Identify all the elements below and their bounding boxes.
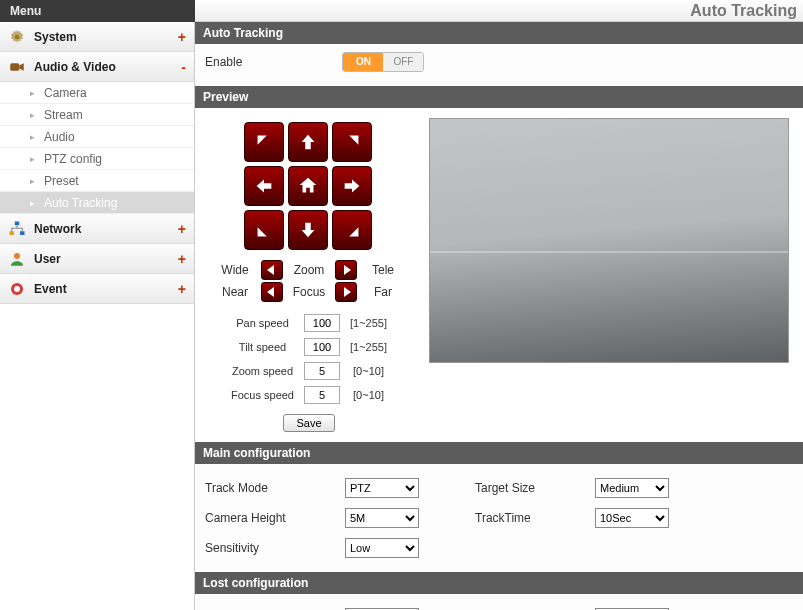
sidebar-item-preset[interactable]: ▸Preset: [0, 170, 194, 192]
expand-icon: +: [178, 221, 186, 237]
svg-rect-4: [20, 231, 25, 235]
sidebar-cat-audio-video[interactable]: Audio & Video -: [0, 52, 194, 82]
chevron-right-icon: ▸: [30, 154, 40, 164]
track-time-label: TrackTime: [475, 511, 595, 525]
sidebar-item-camera[interactable]: ▸Camera: [0, 82, 194, 104]
svg-rect-1: [10, 63, 19, 71]
focus-far-label: Far: [363, 285, 403, 299]
chevron-right-icon: ▸: [30, 198, 40, 208]
svg-point-5: [14, 253, 20, 259]
tilt-speed-range: [1~255]: [346, 336, 391, 358]
focus-near-button[interactable]: [261, 282, 283, 302]
zoom-speed-range: [0~10]: [346, 360, 391, 382]
zoom-label: Zoom: [289, 263, 329, 277]
sidebar-item-label: Camera: [44, 86, 87, 100]
toggle-off[interactable]: OFF: [383, 53, 423, 71]
sidebar-item-audio[interactable]: ▸Audio: [0, 126, 194, 148]
pan-speed-label: Pan speed: [227, 312, 298, 334]
track-mode-select[interactable]: PTZ: [345, 478, 419, 498]
zoom-speed-input[interactable]: [304, 362, 340, 380]
expand-icon: +: [178, 251, 186, 267]
zoom-tele-label: Tele: [363, 263, 403, 277]
sidebar-item-label: PTZ config: [44, 152, 102, 166]
ptz-up-right[interactable]: [332, 122, 372, 162]
event-icon: [8, 280, 26, 298]
camera-height-select[interactable]: 5M: [345, 508, 419, 528]
ptz-down[interactable]: [288, 210, 328, 250]
zoom-in-button[interactable]: [335, 260, 357, 280]
collapse-icon: -: [181, 59, 186, 75]
sidebar-cat-event[interactable]: Event +: [0, 274, 194, 304]
toggle-on[interactable]: ON: [343, 53, 383, 71]
sidebar-item-auto-tracking[interactable]: ▸Auto Tracking: [0, 192, 194, 214]
zoom-wide-label: Wide: [215, 263, 255, 277]
chevron-right-icon: ▸: [30, 176, 40, 186]
sensitivity-label: Sensitivity: [205, 541, 345, 555]
sidebar-cat-system[interactable]: System +: [0, 22, 194, 52]
focus-near-label: Near: [215, 285, 255, 299]
section-header-main-config: Main configuration: [195, 442, 803, 464]
svg-rect-3: [10, 231, 15, 235]
video-preview: [429, 118, 789, 363]
ptz-left[interactable]: [244, 166, 284, 206]
sidebar-cat-label: System: [34, 30, 77, 44]
page-title: Auto Tracking: [195, 0, 803, 22]
section-header-lost-config: Lost configuration: [195, 572, 803, 594]
sidebar-cat-network[interactable]: Network +: [0, 214, 194, 244]
sidebar-item-label: Stream: [44, 108, 83, 122]
chevron-right-icon: ▸: [30, 88, 40, 98]
ptz-up[interactable]: [288, 122, 328, 162]
expand-icon: +: [178, 29, 186, 45]
sidebar-item-label: Audio: [44, 130, 75, 144]
ptz-right[interactable]: [332, 166, 372, 206]
section-header-preview: Preview: [195, 86, 803, 108]
tilt-speed-label: Tilt speed: [227, 336, 298, 358]
svg-rect-2: [15, 221, 20, 225]
sidebar-item-label: Auto Tracking: [44, 196, 117, 210]
track-time-select[interactable]: 10Sec: [595, 508, 669, 528]
enable-label: Enable: [205, 55, 242, 69]
sensitivity-select[interactable]: Low: [345, 538, 419, 558]
chevron-right-icon: ▸: [30, 110, 40, 120]
pan-speed-input[interactable]: [304, 314, 340, 332]
network-icon: [8, 220, 26, 238]
tilt-speed-input[interactable]: [304, 338, 340, 356]
sidebar-item-label: Preset: [44, 174, 79, 188]
focus-label: Focus: [289, 285, 329, 299]
sidebar-cat-label: Network: [34, 222, 81, 236]
sidebar-item-ptz-config[interactable]: ▸PTZ config: [0, 148, 194, 170]
ptz-down-right[interactable]: [332, 210, 372, 250]
enable-toggle[interactable]: ON OFF: [342, 52, 424, 72]
section-header-page: Auto Tracking: [195, 22, 803, 44]
expand-icon: +: [178, 281, 186, 297]
svg-point-7: [14, 286, 20, 292]
focus-speed-label: Focus speed: [227, 384, 298, 406]
user-icon: [8, 250, 26, 268]
camera-icon: [8, 58, 26, 76]
target-size-select[interactable]: Medium: [595, 478, 669, 498]
sidebar-cat-label: Audio & Video: [34, 60, 116, 74]
sidebar-cat-label: User: [34, 252, 61, 266]
sidebar-item-stream[interactable]: ▸Stream: [0, 104, 194, 126]
menu-header: Menu: [0, 0, 195, 22]
chevron-right-icon: ▸: [30, 132, 40, 142]
gear-icon: [8, 28, 26, 46]
track-mode-label: Track Mode: [205, 481, 345, 495]
zoom-out-button[interactable]: [261, 260, 283, 280]
sidebar-cat-label: Event: [34, 282, 67, 296]
ptz-down-left[interactable]: [244, 210, 284, 250]
ptz-save-button[interactable]: Save: [283, 414, 334, 432]
target-size-label: Target Size: [475, 481, 595, 495]
sidebar-cat-user[interactable]: User +: [0, 244, 194, 274]
ptz-up-left[interactable]: [244, 122, 284, 162]
ptz-home[interactable]: [288, 166, 328, 206]
camera-height-label: Camera Height: [205, 511, 345, 525]
focus-far-button[interactable]: [335, 282, 357, 302]
focus-speed-input[interactable]: [304, 386, 340, 404]
zoom-speed-label: Zoom speed: [227, 360, 298, 382]
sidebar: System + Audio & Video - ▸Camera ▸Stream…: [0, 22, 195, 610]
focus-speed-range: [0~10]: [346, 384, 391, 406]
pan-speed-range: [1~255]: [346, 312, 391, 334]
